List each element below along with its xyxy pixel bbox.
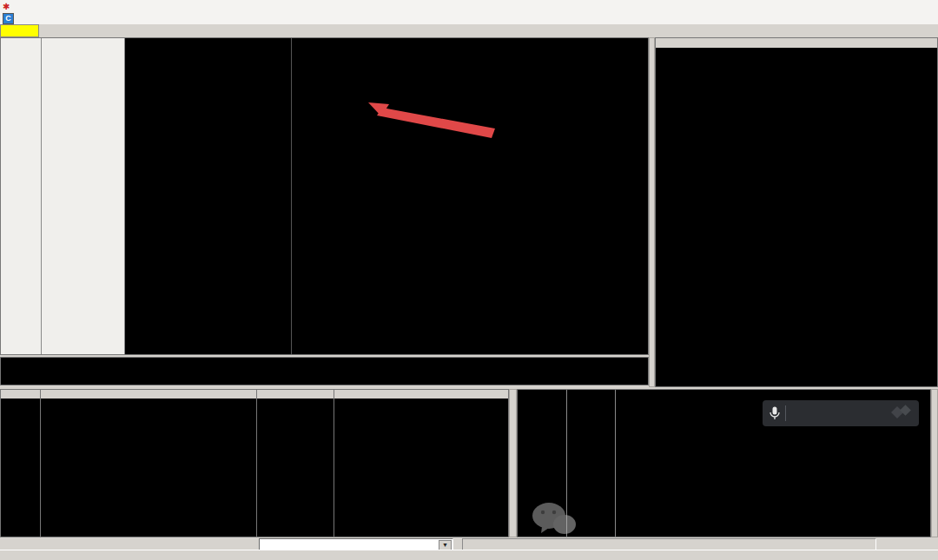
column-divider: [615, 390, 616, 537]
registers-header: [656, 38, 937, 48]
child-window-icon: C: [3, 13, 14, 24]
column-divider: [334, 390, 334, 537]
gamebar-logo-icon: [891, 405, 914, 420]
dump-scrollbar[interactable]: [509, 389, 517, 537]
column-divider[interactable]: [41, 38, 42, 354]
title-bar: ✱: [0, 0, 938, 13]
stack-scrollbar[interactable]: [931, 389, 938, 537]
disasm-scrollbar[interactable]: [649, 37, 655, 387]
voice-chat-overlay: [763, 400, 919, 426]
dump-header: [1, 390, 508, 399]
column-divider[interactable]: [291, 38, 292, 354]
column-divider: [40, 390, 41, 537]
divider: [785, 405, 786, 421]
registers-pane[interactable]: [655, 37, 938, 387]
disassembly-pane[interactable]: [0, 37, 649, 355]
watermark: [532, 502, 585, 538]
menu-bar: C: [0, 12, 938, 24]
wechat-icon: [532, 502, 577, 538]
command-row: ▼: [0, 538, 938, 550]
column-divider[interactable]: [124, 38, 125, 354]
microphone-icon: [770, 406, 780, 420]
status-bar: [0, 550, 938, 560]
disasm-light-columns: [1, 38, 124, 354]
command-status-strip: [462, 538, 876, 550]
command-input[interactable]: ▼: [259, 538, 453, 550]
column-divider: [256, 390, 257, 537]
status-paused: [0, 24, 39, 37]
info-pane: [0, 357, 649, 385]
memory-dump-pane[interactable]: [0, 389, 509, 537]
app-icon: ✱: [3, 2, 10, 11]
